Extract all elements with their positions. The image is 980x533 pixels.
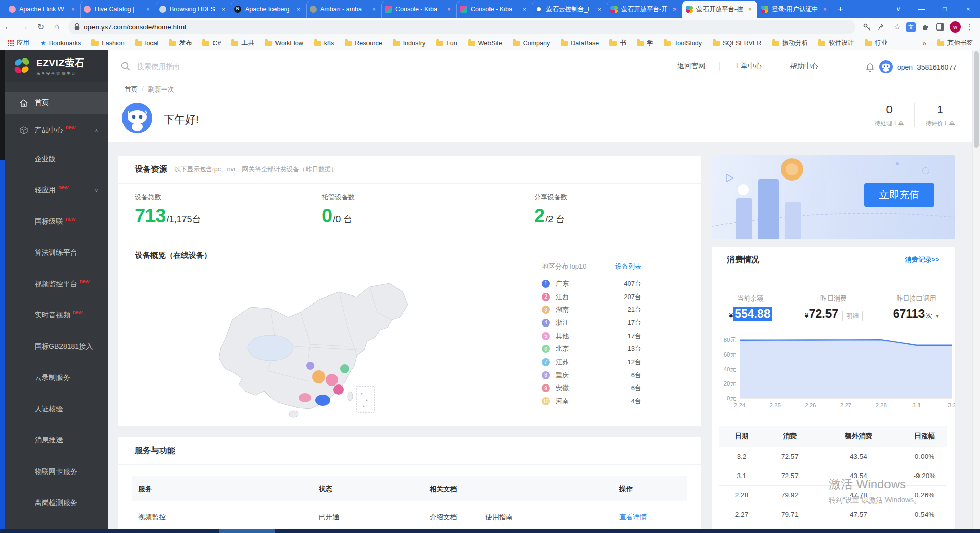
extensions-puzzle-icon[interactable] bbox=[919, 21, 931, 33]
view-details-link[interactable]: 查看详情 bbox=[619, 513, 647, 522]
bookmark-item[interactable]: local bbox=[135, 40, 159, 47]
sidebar-item-离岗检测服务[interactable]: 离岗检测服务 bbox=[5, 488, 108, 519]
browser-tab[interactable]: 登录-用户认证中× bbox=[757, 1, 833, 18]
bookmark-item[interactable]: Resource bbox=[345, 40, 382, 47]
browser-tab[interactable]: Console - Kiba× bbox=[381, 1, 456, 18]
top-nav-link[interactable]: 工单中心 bbox=[719, 62, 776, 71]
recharge-button[interactable]: 立即充值 bbox=[864, 183, 934, 207]
browser-tab[interactable]: Apache Iceberg× bbox=[231, 1, 306, 18]
bookmark-item[interactable]: C# bbox=[202, 40, 221, 47]
bookmark-item[interactable]: Fashion bbox=[91, 40, 124, 47]
bookmark-item[interactable]: 工具 bbox=[231, 39, 254, 47]
sidebar-item-国标级联[interactable]: 国标级联new bbox=[5, 206, 108, 238]
sidebar-item-product-center[interactable]: 产品中心 new ∧ bbox=[5, 119, 108, 141]
sidebar-logo[interactable]: EZVIZ萤石 乐享安全智能生活 bbox=[5, 50, 108, 82]
chevron-down-icon[interactable]: ∨ bbox=[95, 188, 98, 193]
tab-close-icon[interactable]: × bbox=[295, 6, 302, 12]
bookmark-item[interactable]: 书 bbox=[609, 39, 626, 47]
sidebar-item-视频监控平台[interactable]: 视频监控平台new bbox=[5, 269, 108, 300]
profile-avatar[interactable]: w bbox=[950, 21, 961, 33]
sidebar-item-企业版[interactable]: 企业版 bbox=[5, 143, 108, 175]
guide-search[interactable] bbox=[121, 62, 270, 71]
tab-search-icon[interactable]: ∨ bbox=[886, 5, 910, 13]
sidebar-item-物联网卡服务[interactable]: 物联网卡服务 bbox=[5, 456, 108, 488]
browser-tab[interactable]: Apache Flink W× bbox=[5, 1, 80, 18]
tab-close-icon[interactable]: × bbox=[445, 6, 453, 12]
translate-extension-icon[interactable]: 文 bbox=[906, 22, 916, 32]
bookmark-item[interactable]: Fun bbox=[436, 40, 457, 47]
device-list-link[interactable]: 设备列表 bbox=[615, 262, 641, 271]
consumption-records-link[interactable]: 消费记录>> bbox=[905, 255, 939, 264]
bookmark-item[interactable]: 振动分析 bbox=[772, 39, 808, 47]
tab-close-icon[interactable]: × bbox=[69, 6, 77, 12]
bookmark-star-icon[interactable]: ☆ bbox=[891, 21, 903, 33]
sidebar-item-国标GB28181接入[interactable]: 国标GB28181接入 bbox=[5, 331, 108, 363]
user-avatar[interactable] bbox=[879, 60, 893, 73]
browser-tab[interactable]: 萤石开放平台-开× bbox=[607, 1, 682, 18]
forward-icon[interactable]: → bbox=[16, 22, 33, 32]
browser-tab[interactable]: Console - Kiba× bbox=[456, 1, 532, 18]
scrollbar-thumb[interactable] bbox=[974, 51, 979, 148]
chevron-down-icon[interactable]: ▼ bbox=[935, 314, 939, 319]
bookmark-item[interactable]: 行业 bbox=[865, 39, 887, 47]
doc-link-intro[interactable]: 介绍文档 bbox=[430, 513, 457, 522]
browser-tab[interactable]: Browsing HDFS× bbox=[156, 1, 231, 18]
detail-tag-button[interactable]: 明细 bbox=[842, 311, 863, 321]
tab-close-icon[interactable]: × bbox=[144, 6, 152, 12]
close-icon[interactable]: × bbox=[957, 5, 980, 13]
reload-icon[interactable]: ↻ bbox=[33, 22, 49, 33]
password-key-icon[interactable] bbox=[861, 21, 873, 33]
bookmark-item[interactable]: WebSite bbox=[468, 40, 502, 47]
tab-close-icon[interactable]: × bbox=[821, 6, 829, 12]
bookmark-item[interactable]: Industry bbox=[393, 40, 425, 47]
tab-close-icon[interactable]: × bbox=[520, 6, 528, 12]
breadcrumb-root[interactable]: 首页 bbox=[125, 85, 138, 94]
sidebar-item-实时音视频[interactable]: 实时音视频new bbox=[5, 300, 108, 332]
tab-close-icon[interactable]: × bbox=[746, 6, 754, 12]
address-bar[interactable]: open.ys7.com/console/home.html bbox=[68, 20, 855, 34]
browser-tab[interactable]: 萤石云控制台_E× bbox=[532, 1, 607, 18]
notification-bell-icon[interactable] bbox=[866, 63, 874, 74]
sidebar-item-轻应用[interactable]: 轻应用new∨ bbox=[5, 175, 108, 206]
bookmark-item[interactable]: 应用 bbox=[7, 39, 29, 47]
tab-close-icon[interactable]: × bbox=[596, 6, 603, 12]
back-icon[interactable]: ← bbox=[0, 22, 16, 32]
tab-close-icon[interactable]: × bbox=[671, 6, 679, 12]
tab-close-icon[interactable]: × bbox=[370, 6, 378, 12]
pending-tickets[interactable]: 0 待处理工单 bbox=[864, 103, 914, 127]
kebab-menu-icon[interactable]: ⋮ bbox=[964, 21, 976, 33]
search-input[interactable] bbox=[136, 62, 270, 71]
bookmark-item[interactable]: SQLSERVER bbox=[713, 40, 761, 47]
share-icon[interactable] bbox=[876, 21, 888, 33]
bookmark-item[interactable]: 软件设计 bbox=[818, 39, 854, 47]
username[interactable]: open_3581616077 bbox=[897, 63, 957, 71]
browser-tab[interactable]: 萤石开放平台-控× bbox=[682, 1, 757, 18]
sidebar-item-消息推送[interactable]: 消息推送 bbox=[5, 425, 108, 457]
bookmark-item[interactable]: ToolStudy bbox=[664, 40, 702, 47]
bookmark-item[interactable]: WorkFlow bbox=[265, 40, 303, 47]
top-nav-link[interactable]: 返回官网 bbox=[663, 62, 719, 71]
bookmark-item[interactable]: k8s bbox=[314, 40, 334, 47]
bookmark-item[interactable]: DataBase bbox=[561, 40, 599, 47]
balance-value[interactable]: 554.88 bbox=[733, 307, 771, 321]
sidebar-item-人证核验[interactable]: 人证核验 bbox=[5, 394, 108, 425]
bookmark-item[interactable]: 学 bbox=[637, 39, 654, 47]
chevron-up-icon[interactable]: ∧ bbox=[95, 128, 98, 133]
top-nav-link[interactable]: 帮助中心 bbox=[776, 62, 832, 71]
bookmark-item[interactable]: Company bbox=[513, 40, 550, 47]
restore-icon[interactable]: □ bbox=[933, 5, 957, 13]
doc-link-guide[interactable]: 使用指南 bbox=[485, 513, 513, 522]
bookmark-item[interactable]: 发布 bbox=[169, 39, 192, 47]
tab-close-icon[interactable]: × bbox=[220, 6, 227, 12]
sidebar-item-算法训练平台[interactable]: 算法训练平台 bbox=[5, 238, 108, 269]
bookmark-item[interactable]: ★Bookmarks bbox=[40, 39, 81, 47]
page-scrollbar[interactable] bbox=[972, 50, 980, 529]
new-tab-button[interactable]: + bbox=[838, 4, 843, 15]
side-panel-icon[interactable] bbox=[934, 21, 946, 33]
sidebar-item-云录制服务[interactable]: 云录制服务 bbox=[5, 363, 108, 394]
browser-tab[interactable]: Ambari - amba× bbox=[306, 1, 381, 18]
to-review-tickets[interactable]: 1 待评价工单 bbox=[914, 103, 965, 127]
home-icon[interactable]: ⌂ bbox=[49, 22, 65, 32]
bookmarks-overflow-icon[interactable]: » bbox=[922, 39, 926, 47]
other-bookmarks[interactable]: 其他书签 bbox=[937, 39, 973, 47]
